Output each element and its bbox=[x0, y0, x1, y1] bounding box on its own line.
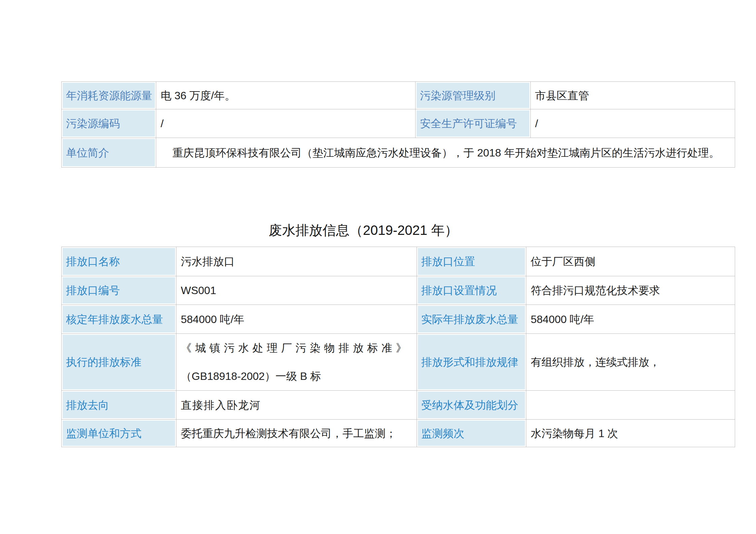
company-profile-label: 单位简介 bbox=[62, 138, 156, 168]
annual-energy-consumption-value: 电 36 万度/年。 bbox=[156, 82, 416, 109]
outlet-setup-status-label: 排放口设置情况 bbox=[417, 276, 526, 305]
table-row: 监测单位和方式 委托重庆九升检测技术有限公司，手工监测； 监测频次 水污染物每月… bbox=[62, 420, 735, 447]
outlet-location-label: 排放口位置 bbox=[417, 247, 526, 276]
discharge-form-rule-value: 有组织排放，连续式排放， bbox=[526, 334, 735, 391]
discharge-standard-line2: （GB18918-2002）一级 B 标 bbox=[181, 362, 413, 390]
pollution-source-level-value: 市县区直管 bbox=[531, 82, 735, 109]
table-row: 排放口编号 WS001 排放口设置情况 符合排污口规范化技术要求 bbox=[62, 276, 735, 305]
pollution-source-code-label: 污染源编码 bbox=[62, 109, 156, 138]
monitoring-frequency-label: 监测频次 bbox=[417, 420, 526, 447]
outlet-setup-status-value: 符合排污口规范化技术要求 bbox=[526, 276, 735, 305]
annual-energy-consumption-label: 年消耗资源能源量 bbox=[62, 82, 156, 109]
monitoring-unit-method-label: 监测单位和方式 bbox=[62, 420, 176, 447]
discharge-standard-label: 执行的排放标准 bbox=[62, 334, 176, 391]
approved-annual-discharge-label: 核定年排放废水总量 bbox=[62, 305, 176, 334]
enterprise-info-table: 年消耗资源能源量 电 36 万度/年。 污染源管理级别 市县区直管 污染源编码 … bbox=[61, 81, 735, 168]
discharge-standard-value: 《城镇污水处理厂污染物排放标准》 （GB18918-2002）一级 B 标 bbox=[176, 334, 417, 391]
wastewater-discharge-table: 排放口名称 污水排放口 排放口位置 位于厂区西侧 排放口编号 WS001 排放口… bbox=[61, 247, 735, 447]
actual-annual-discharge-value: 584000 吨/年 bbox=[526, 305, 735, 334]
table-row: 排放口名称 污水排放口 排放口位置 位于厂区西侧 bbox=[62, 247, 735, 276]
discharge-standard-line1: 《城镇污水处理厂污染物排放标准》 bbox=[181, 334, 413, 362]
pollution-source-code-value: / bbox=[156, 109, 416, 138]
discharge-destination-value: 直接排入卧龙河 bbox=[176, 391, 417, 420]
outlet-location-value: 位于厂区西侧 bbox=[526, 247, 735, 276]
monitoring-unit-method-value: 委托重庆九升检测技术有限公司，手工监测； bbox=[176, 420, 417, 447]
outlet-number-value: WS001 bbox=[176, 276, 417, 305]
outlet-name-label: 排放口名称 bbox=[62, 247, 176, 276]
section-title: 废水排放信息（2019-2021 年） bbox=[269, 221, 458, 239]
document-page: 年消耗资源能源量 电 36 万度/年。 污染源管理级别 市县区直管 污染源编码 … bbox=[0, 0, 756, 534]
receiving-water-body-value bbox=[526, 391, 735, 420]
discharge-form-rule-label: 排放形式和排放规律 bbox=[417, 334, 526, 391]
receiving-water-body-label: 受纳水体及功能划分 bbox=[417, 391, 526, 420]
table-row: 排放去向 直接排入卧龙河 受纳水体及功能划分 bbox=[62, 391, 735, 420]
monitoring-frequency-value: 水污染物每月 1 次 bbox=[526, 420, 735, 447]
table-row: 执行的排放标准 《城镇污水处理厂污染物排放标准》 （GB18918-2002）一… bbox=[62, 334, 735, 391]
table-row: 污染源编码 / 安全生产许可证编号 / bbox=[62, 109, 735, 138]
safety-production-license-value: / bbox=[531, 109, 735, 138]
approved-annual-discharge-value: 584000 吨/年 bbox=[176, 305, 417, 334]
table-row: 核定年排放废水总量 584000 吨/年 实际年排放废水总量 584000 吨/… bbox=[62, 305, 735, 334]
table-row: 单位简介 重庆昆顶环保科技有限公司（垫江城南应急污水处理设备），于 2018 年… bbox=[62, 138, 735, 168]
actual-annual-discharge-label: 实际年排放废水总量 bbox=[417, 305, 526, 334]
discharge-destination-label: 排放去向 bbox=[62, 391, 176, 420]
pollution-source-level-label: 污染源管理级别 bbox=[416, 82, 531, 109]
company-profile-value: 重庆昆顶环保科技有限公司（垫江城南应急污水处理设备），于 2018 年开始对垫江… bbox=[156, 138, 735, 168]
table-row: 年消耗资源能源量 电 36 万度/年。 污染源管理级别 市县区直管 bbox=[62, 82, 735, 109]
safety-production-license-label: 安全生产许可证编号 bbox=[416, 109, 531, 138]
outlet-name-value: 污水排放口 bbox=[176, 247, 417, 276]
outlet-number-label: 排放口编号 bbox=[62, 276, 176, 305]
